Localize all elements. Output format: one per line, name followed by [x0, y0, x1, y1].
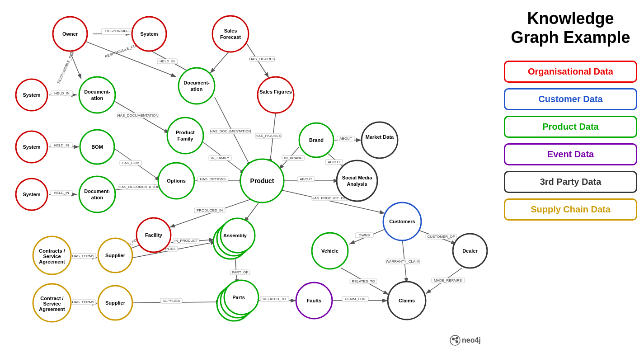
sales-figures-node [258, 77, 294, 113]
svg-text:HAS_FIGURES: HAS_FIGURES [256, 134, 281, 138]
supplier2-label: Supplier [105, 300, 126, 306]
product-family-node [167, 118, 203, 154]
system1-label: System [140, 31, 158, 37]
legend-event: Event Data [504, 143, 637, 165]
documentation2-node [179, 68, 215, 104]
svg-text:WARRANTY_CLAIM: WARRANTY_CLAIM [386, 259, 420, 264]
svg-text:RELATES_TO: RELATES_TO [352, 279, 375, 283]
legend-area: Knowledge Graph Example Organisational D… [497, 0, 644, 353]
pf-label1: Product [176, 130, 195, 135]
doc2-label1: Document- [183, 80, 210, 85]
svg-text:HELD_IN: HELD_IN [54, 91, 70, 95]
sales-figures-label1: Sales Figures [259, 89, 292, 94]
sales-forecast-label: Sales [224, 28, 237, 33]
svg-line-111 [453, 339, 457, 342]
svg-text:CUSTOMER_OF: CUSTOMER_OF [427, 235, 455, 239]
product-label: Product [250, 177, 274, 184]
svg-text:PART_OF: PART_OF [232, 270, 248, 274]
svg-line-12 [210, 50, 230, 73]
faults-label: Faults [307, 298, 321, 303]
legend-org: Organisational Data [504, 61, 637, 83]
social-label1: Social Media [342, 175, 373, 180]
options-label: Options [167, 178, 186, 184]
svg-text:HAS_DOCUMENTATION: HAS_DOCUMENTATION [119, 185, 160, 189]
system3-label: System [23, 144, 40, 150]
sales-forecast-node [212, 16, 249, 52]
svg-text:PRODUCED_IN: PRODUCED_IN [197, 208, 223, 212]
vehicle-label: Vehicle [321, 248, 338, 254]
svg-text:IN_PRODUCT: IN_PRODUCT [174, 239, 198, 243]
sales-forecast-label2: Forecast [220, 34, 241, 40]
svg-text:OWNS: OWNS [359, 233, 370, 237]
doc1-label1: Document- [84, 89, 110, 94]
bom-label: BOM [91, 144, 103, 150]
contracts1-label1: Contracts / [39, 248, 65, 254]
svg-text:IN_BRAND: IN_BRAND [284, 156, 303, 160]
svg-text:HAS_DOCUMENTATION: HAS_DOCUMENTATION [118, 113, 159, 118]
contracts1-label2: Service [43, 254, 61, 259]
social-label2: Analysis [347, 181, 367, 187]
documentation3-node [79, 176, 115, 212]
doc2-label2: ation [191, 86, 203, 92]
parts-label: Parts [232, 295, 245, 300]
pf-label2: Family [178, 136, 194, 141]
system2-label: System [23, 92, 40, 98]
legend-product: Product Data [504, 116, 637, 138]
market-data-node [362, 122, 398, 158]
claims-label: Claims [399, 298, 415, 303]
owner-label: Owner [62, 31, 78, 37]
svg-text:ABOUT: ABOUT [328, 160, 340, 164]
svg-text:IN_FAMILY: IN_FAMILY [211, 156, 230, 160]
legend-customer: Customer Data [504, 88, 637, 110]
svg-text:CLAIM_FOR: CLAIM_FOR [345, 297, 366, 301]
contracts2-label2: Service [43, 301, 61, 306]
svg-text:RELATED_TO: RELATED_TO [263, 297, 286, 301]
legend-supply-chain: Supply Chain Data [504, 198, 637, 221]
assembly-label: Assembly [223, 233, 247, 238]
social-media-node [337, 160, 377, 201]
contracts1-label3: Agreement [39, 259, 65, 264]
svg-text:neo4j: neo4j [462, 336, 481, 344]
supplier1-label: Supplier [105, 253, 126, 258]
svg-text:HELD_IN: HELD_IN [54, 191, 69, 195]
doc3-label1: Document- [84, 188, 110, 194]
svg-text:HAS_FIGURES: HAS_FIGURES [249, 57, 275, 61]
page-title: Knowledge Graph Example [504, 9, 637, 47]
doc3-label2: ation [91, 195, 103, 200]
svg-text:ABOUT: ABOUT [339, 136, 352, 141]
dealer-label: Dealer [462, 248, 478, 254]
neo4j-logo: neo4j [450, 334, 490, 348]
svg-text:HAS_PRODUCT_DEF: HAS_PRODUCT_DEF [312, 196, 348, 200]
svg-text:MADE_REPAIRS: MADE_REPAIRS [434, 278, 462, 282]
graph-svg: RESPONSIBLE_FOR RESPONSIBLE_FOR RESPONSI… [0, 0, 497, 353]
svg-text:SUPPLIES: SUPPLIES [162, 299, 180, 303]
legend-third-party: 3rd Party Data [504, 171, 637, 193]
svg-text:HAS_DOCUMENTATION: HAS_DOCUMENTATION [210, 129, 251, 133]
doc1-label2: ation [91, 95, 103, 101]
documentation1-node [79, 77, 115, 113]
main-container: RESPONSIBLE_FOR RESPONSIBLE_FOR RESPONSI… [0, 0, 644, 353]
svg-text:RESPONSIBLE_FOR: RESPONSIBLE_FOR [56, 51, 75, 85]
svg-text:HELD_IN: HELD_IN [160, 59, 175, 63]
customers-label: Customers [389, 219, 415, 224]
svg-text:HELD_IN: HELD_IN [54, 143, 69, 147]
svg-text:HAS_BOM: HAS_BOM [122, 161, 139, 165]
facility-label: Facility [145, 232, 163, 238]
svg-text:HAS_OPTIONS: HAS_OPTIONS [200, 177, 226, 181]
contracts2-label1: Contract / [40, 296, 63, 301]
market-data-label1: Market Data [366, 134, 394, 140]
svg-text:HAS_TERMS: HAS_TERMS [72, 254, 94, 258]
contracts2-label3: Agreement [39, 306, 65, 312]
svg-text:ABOUT: ABOUT [300, 177, 312, 181]
svg-text:HAS_TERMS: HAS_TERMS [72, 300, 94, 304]
brand-label: Brand [309, 137, 324, 143]
system4-label: System [23, 192, 40, 197]
